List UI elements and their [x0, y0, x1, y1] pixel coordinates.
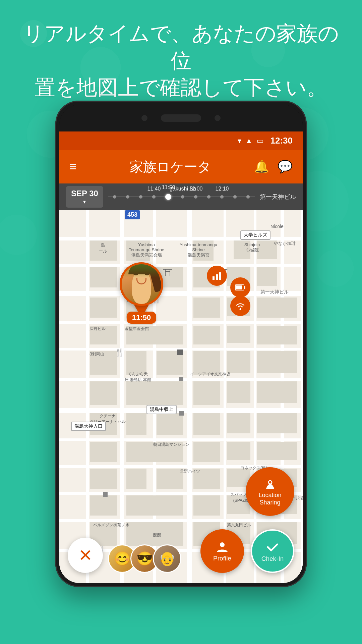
block37	[257, 413, 297, 433]
profile-icon	[216, 540, 229, 553]
label-daigo: 醍醐	[153, 532, 161, 538]
label-maruita: 第六丸田ビル	[227, 522, 251, 528]
svg-point-6	[240, 309, 241, 310]
app-bar: ≡ 家族ロケータ 🔔 💬	[59, 150, 303, 183]
block26	[257, 351, 297, 373]
phone-frame: ▾ ▲ ▭ 12:30 ≡ 家族ロケータ 🔔 💬 SEP 30	[55, 101, 307, 587]
signal-bubble-wifi	[230, 296, 250, 316]
fork-icon1: 🍴	[115, 348, 125, 357]
label-yanaka: やなか加琲	[274, 240, 296, 247]
label-yushima1: YushimaTenman-gu Shrine湯島天満宮会場	[125, 242, 168, 258]
cancel-button[interactable]: ✕	[68, 538, 103, 573]
small-marker2	[103, 492, 108, 497]
timeline-time-1200: 12:00	[189, 186, 202, 192]
block38	[90, 442, 117, 462]
speaker-grille	[161, 114, 201, 122]
signal-bubble-bars	[207, 266, 227, 286]
road-v1	[86, 210, 89, 583]
wifi-icon: ▾	[238, 137, 241, 145]
block51	[193, 495, 220, 516]
hero-line1: リアルタイムで、あなたの家族の位	[20, 20, 342, 74]
app-title: 家族ロケータ	[86, 158, 254, 176]
label-kinen: 金型年金会館	[125, 326, 149, 332]
svg-rect-5	[236, 285, 242, 289]
timeline-right-label: 第一天神ビル	[260, 193, 296, 201]
svg-point-8	[220, 542, 225, 547]
avatars-row: 😊 😎 👴	[108, 544, 181, 573]
screen: ▾ ▲ ▭ 12:30 ≡ 家族ロケータ 🔔 💬 SEP 30	[59, 131, 303, 583]
label-nicole: Nicole	[270, 224, 284, 229]
uni-badge: 大学ヒルズ	[240, 230, 270, 240]
checkin-button[interactable]: Chek-In	[251, 529, 294, 573]
message-button[interactable]: 💬	[278, 160, 293, 174]
address-badge: 湯島中収上	[146, 405, 177, 414]
block11	[90, 298, 117, 318]
svg-rect-0	[213, 276, 215, 280]
road-v6	[254, 210, 256, 583]
small-marker4	[179, 377, 183, 381]
label-shinjoin: Shinjoin心城院	[230, 242, 274, 253]
menu-button[interactable]: ≡	[69, 160, 76, 174]
camera-bar	[59, 105, 303, 131]
block18	[193, 326, 220, 344]
pin-time-label: 11:50	[127, 312, 156, 324]
timeline-bar[interactable]: SEP 30 ▾ 11:40	[59, 183, 303, 210]
profile-button[interactable]: Profile	[200, 529, 244, 573]
road-h11	[59, 519, 303, 522]
avatar-3[interactable]: 👴	[153, 544, 181, 573]
checkin-icon	[265, 540, 280, 554]
block33	[126, 413, 146, 435]
notification-button[interactable]: 🔔	[254, 160, 269, 174]
svg-rect-1	[216, 274, 218, 280]
block30	[227, 381, 250, 403]
road-h2	[59, 264, 303, 267]
road-v5	[224, 210, 226, 583]
status-icons: ▾ ▲ ▭ 12:30	[238, 136, 293, 146]
hero-text: リアルタイムで、あなたの家族の位 置を地図上で確認して下さい。	[0, 20, 362, 101]
small-marker3	[179, 411, 184, 416]
hero-line2: 置を地図上で確認して下さい。	[20, 74, 342, 101]
label-tempura: てんぷら天庄 湯島店 本館	[125, 371, 151, 383]
block13	[193, 298, 220, 318]
block36	[227, 413, 250, 433]
location-sharing-button[interactable]: LocationSharing	[246, 467, 294, 516]
map-area[interactable]: 島ール YushimaTenman-gu Shrine湯島天満宮会場 Yushi…	[59, 210, 303, 583]
block43	[90, 469, 117, 489]
location-pin[interactable]: 11:50	[120, 262, 163, 318]
road-number-badge: 453	[125, 210, 140, 219]
block20	[257, 326, 297, 344]
signal-icon: ▲	[245, 137, 253, 145]
svg-point-7	[268, 481, 272, 484]
block41	[227, 442, 250, 460]
block45	[157, 469, 183, 489]
label-belmaison: ベルメゾン御茶ノ水	[89, 522, 133, 528]
sensor-dot	[215, 115, 221, 121]
block35	[193, 413, 220, 435]
status-bar: ▾ ▲ ▭ 12:30	[59, 131, 303, 150]
block50	[126, 495, 183, 516]
shrine-gate-icon1: ⛩	[163, 267, 173, 278]
station-badge: 湯島天神入口	[71, 422, 106, 431]
timeline-dots-row: 11:40 11:50 gakushi Sh	[108, 192, 255, 202]
timeline-time-1140: 11:40	[147, 186, 161, 192]
label-yushima2: Yushima-tenmanguShrine湯島天満宮	[177, 242, 220, 258]
road-h4	[59, 321, 303, 324]
svg-rect-2	[219, 272, 221, 280]
svg-rect-4	[244, 286, 245, 289]
date-text: SEP 30	[71, 189, 98, 199]
road-h8	[59, 438, 303, 441]
block25	[227, 351, 250, 373]
block29	[193, 381, 220, 405]
cancel-icon: ✕	[78, 546, 93, 565]
block34	[157, 413, 183, 435]
date-badge[interactable]: SEP 30 ▾	[66, 186, 103, 208]
block28	[126, 381, 183, 405]
block6	[90, 267, 117, 287]
label-shimajima: 島ール	[89, 242, 116, 254]
road-v4-wide	[187, 210, 192, 583]
block42	[257, 442, 297, 460]
label-furano: 深野ビル	[89, 326, 106, 332]
first-tenjin-label: 第一天神ビル	[260, 289, 289, 295]
block49	[90, 495, 117, 516]
small-marker1	[177, 350, 183, 355]
